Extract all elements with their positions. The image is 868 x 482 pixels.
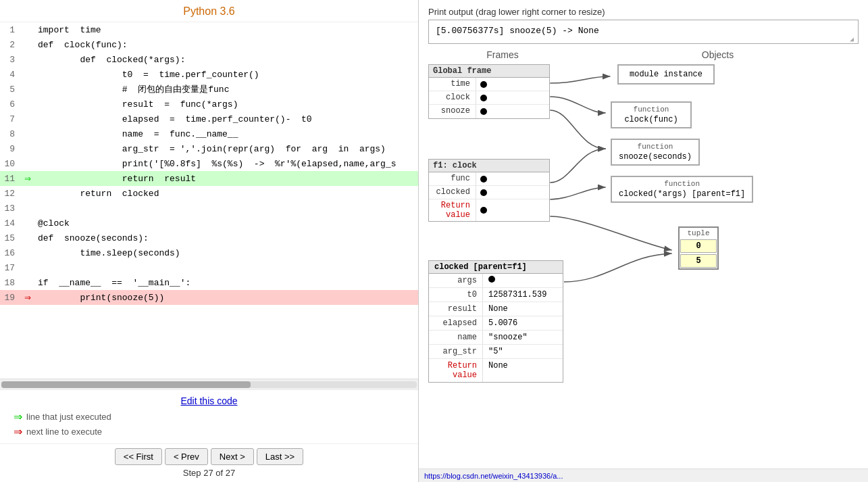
line-arrow-12	[20, 186, 35, 201]
line-number-7: 7	[0, 112, 20, 126]
f1-frame-row-clocked: clocked	[429, 186, 549, 199]
code-line-3: 3 def clocked(*args):	[0, 52, 418, 67]
tuple-cell-1: 5	[680, 254, 717, 268]
tuple-cells: 0 5	[680, 239, 717, 268]
print-output-value: [5.00756377s] snooze(5) -> None	[436, 26, 599, 36]
clocked-argstr-row: arg_str "5"	[429, 345, 563, 359]
clock-dot	[480, 95, 487, 101]
clocked-args-key: args	[429, 274, 483, 287]
line-arrow-5	[20, 82, 35, 97]
line-arrow-3	[20, 52, 35, 67]
line-arrow-2	[20, 37, 35, 52]
legend-green: ⇒ line that just executed	[14, 410, 418, 423]
global-frame-title: Global frame	[429, 65, 549, 78]
clocked-func-title: function	[619, 180, 745, 188]
global-time-val	[476, 78, 491, 91]
global-snooze-key: snooze	[429, 105, 476, 118]
f1-func-dot	[480, 176, 487, 183]
clocked-elapsed-row: elapsed 5.0076	[429, 316, 563, 331]
snooze-func-box: function snooze(seconds)	[611, 139, 700, 166]
clocked-elapsed-key: elapsed	[429, 316, 483, 330]
module-instance-box: module instance	[617, 64, 715, 85]
clocked-args-val	[483, 274, 501, 287]
line-number-10: 10	[0, 156, 20, 171]
clocked-name-key: name	[429, 331, 483, 344]
line-number-3: 3	[0, 52, 20, 67]
clock-func-box: function clock(func)	[611, 101, 692, 128]
code-text-5: # 闭包的自由变量是func	[35, 82, 418, 97]
code-line-6: 6 result = func(*args)	[0, 97, 418, 112]
edit-code-link[interactable]: Edit this code	[0, 395, 418, 406]
first-button[interactable]: << First	[115, 448, 162, 465]
code-line-11: 11⇒ return result	[0, 171, 418, 186]
line-number-12: 12	[0, 186, 20, 201]
args-dot	[488, 276, 495, 283]
code-line-8: 8 name = func.__name__	[0, 126, 418, 141]
time-dot	[480, 81, 487, 88]
f1-frame-row-return: Returnvalue	[429, 199, 549, 221]
code-line-1: 1import time	[0, 22, 418, 37]
code-text-7: elapsed = time.perf_counter()- t0	[35, 112, 418, 126]
code-line-18: 18if __name__ == '__main__':	[0, 275, 418, 290]
green-arrow-icon: ⇒	[14, 410, 22, 423]
clock-func-title: function	[619, 105, 684, 114]
last-button[interactable]: Last >>	[257, 448, 303, 465]
line-arrow-15	[20, 231, 35, 245]
global-time-key: time	[429, 78, 476, 91]
code-text-13	[35, 201, 418, 216]
prev-button[interactable]: < Prev	[165, 448, 208, 465]
f1-frame-box: f1: clock func clocked Returnvalue	[428, 159, 550, 222]
code-text-2: def clock(func):	[35, 37, 418, 52]
line-arrow-4	[20, 67, 35, 82]
resize-handle-icon[interactable]: ◢	[850, 35, 857, 42]
line-arrow-8	[20, 126, 35, 141]
clocked-returnval-key: Returnvalue	[429, 359, 483, 382]
left-bottom: Edit this code ⇒ line that just executed…	[0, 389, 418, 443]
frames-objects-header: Frames Objects	[428, 49, 859, 60]
snooze-func-title: function	[619, 143, 692, 151]
code-text-11: return result	[35, 171, 418, 186]
f1-clocked-key: clocked	[429, 186, 476, 199]
legend-green-label: line that just executed	[26, 412, 111, 422]
green-exec-arrow: ⇒	[24, 173, 31, 185]
tuple-box: tuple 0 5	[678, 226, 719, 270]
snooze-func-value: snooze(seconds)	[619, 152, 692, 162]
code-text-3: def clocked(*args):	[35, 52, 418, 67]
clocked-returnval-row: Returnvalue None	[429, 359, 563, 382]
code-text-19: print(snooze(5))	[35, 290, 418, 305]
code-text-8: name = func.__name__	[35, 126, 418, 141]
code-table: 1import time2def clock(func):3 def clock…	[0, 22, 418, 305]
code-text-4: t0 = time.perf_counter()	[35, 67, 418, 82]
clocked-func-value: clocked(*args) [parent=f1]	[619, 189, 745, 199]
code-line-13: 13	[0, 201, 418, 216]
viz-section: Frames Objects Global frame time clock	[419, 49, 868, 468]
f1-func-key: func	[429, 172, 476, 185]
tuple-cell-0: 0	[680, 239, 717, 253]
line-arrow-6	[20, 97, 35, 112]
code-text-1: import time	[35, 22, 418, 37]
clock-func-value: clock(func)	[619, 115, 684, 124]
line-arrow-18	[20, 275, 35, 290]
objects-header: Objects	[577, 49, 859, 60]
bottom-bar: https://blog.csdn.net/weixin_43413936/a.…	[419, 468, 868, 482]
line-number-1: 1	[0, 22, 20, 37]
code-text-12: return clocked	[35, 186, 418, 201]
bottom-bar-url: https://blog.csdn.net/weixin_43413936/a.…	[424, 472, 563, 480]
clocked-elapsed-val: 5.0076	[483, 316, 523, 330]
scroll-track[interactable]	[1, 381, 417, 388]
line-number-8: 8	[0, 126, 20, 141]
clocked-result-val: None	[483, 302, 513, 316]
module-instance-label: module instance	[630, 70, 703, 79]
horizontal-scrollbar[interactable]	[0, 379, 418, 389]
line-arrow-7	[20, 112, 35, 126]
line-number-5: 5	[0, 82, 20, 97]
code-text-10: print('[%0.8fs] %s(%s) -> %r'%(elapsed,n…	[35, 156, 418, 171]
clocked-returnval-val: None	[483, 359, 513, 382]
scroll-thumb[interactable]	[1, 381, 251, 388]
code-line-10: 10 print('[%0.8fs] %s(%s) -> %r'%(elapse…	[0, 156, 418, 171]
code-text-18: if __name__ == '__main__':	[35, 275, 418, 290]
code-text-6: result = func(*args)	[35, 97, 418, 112]
next-button[interactable]: Next >	[211, 448, 254, 465]
clocked-frame-title: clocked [parent=f1]	[429, 261, 563, 274]
clocked-t0-row: t0 12587311.539	[429, 288, 563, 302]
